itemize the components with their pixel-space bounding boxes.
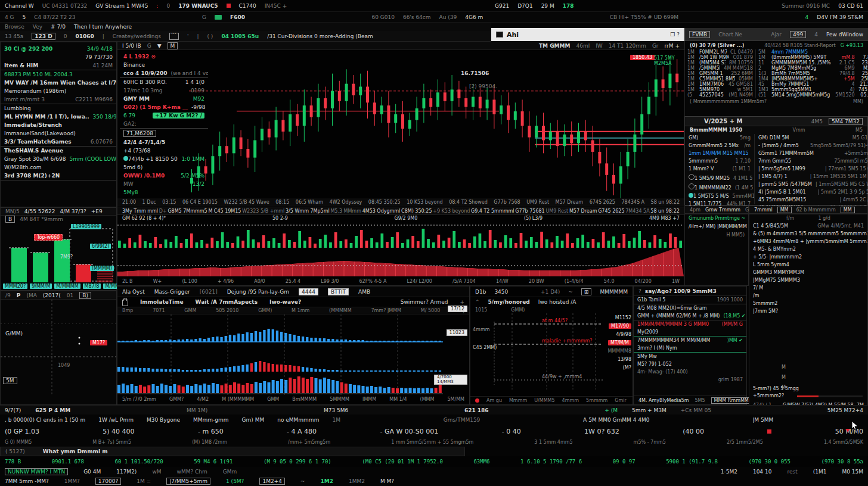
news-row[interactable]: 5mmmm2 [749,300,867,307]
news-row[interactable]: & (5) m 4mmmm3 5/5 mmmmmm5 5mmmmm3 ....5… [749,230,867,238]
position-row[interactable]: grim 1987 [634,376,746,384]
help-icon[interactable]: ? [638,288,641,294]
status-item[interactable]: A 5M MM0 GmMM 4 4M0 [583,417,649,423]
right-header-item[interactable]: 499 [790,31,806,38]
market-watch-row[interactable]: 1M/5MMM5M404M M4M518 [685,66,755,71]
indicator-tab[interactable]: BTTIT [328,288,349,295]
right-header-item[interactable]: Pew dWindow [826,32,863,38]
info-row[interactable]: W/M28th.com [1,163,116,172]
grid-top-item[interactable]: MMMMMM [600,289,628,295]
info-row[interactable]: 30 Cl @ 292 20034/9 4/18 [1,45,116,53]
status-item[interactable]: |M 5MM [752,417,773,423]
news-row[interactable]: 7/ M [749,284,867,292]
toolbar-item[interactable] [169,33,179,40]
dialog-row[interactable]: G5mm1 71MMMmm5M+5mm5m5M5 [755,149,868,157]
menu-item[interactable]: GV Stream 1 MW45 [95,3,148,9]
dialog-row[interactable]: | 5mm5g5m5 1M99| 77mm1 5M5 15 GM5 [755,165,868,173]
menu-item[interactable]: G [202,14,206,20]
menu-item[interactable]: UC 04331 0T232 [42,3,88,9]
toolbar-item[interactable]: 123 D [32,33,55,40]
right-tab[interactable]: MM [841,207,855,213]
info-row[interactable]: 68873 PM 510 ML 2004.3 [1,70,116,79]
grid-header-item[interactable]: (2017( [43,292,61,298]
menu-item[interactable]: Vey [33,24,42,30]
news-row[interactable]: L 5mm 5ymm4 [749,261,867,269]
overlay-row[interactable]: MW13/2 [120,180,208,188]
overlay-row[interactable]: 6 79+17 Kw G M2? / [120,111,208,120]
news-row[interactable]: +6MM3 4mmM/m8 + |ymmm/5mm/mM 5mmm3 98 4+… [749,238,867,245]
dialog-row[interactable]: 5mmmmm51 7.10 [685,157,754,165]
menu-item[interactable]: 4 G [5,14,14,20]
grid-top-item[interactable]: ~ [568,289,573,295]
right-header-item[interactable]: FVMB [689,31,710,38]
dialog-row[interactable]: GM) D1M 5MM5 G10 (M [755,134,868,142]
market-watch-row[interactable]: 1M35mmm5gg5MM14)745 GM1(3 [756,87,868,92]
depth-grid-panel[interactable]: D1b3450+1 D4)~⊞MMMMMM ⌃5/my/honoredIwo h… [470,286,633,405]
market-watch-row[interactable]: 2MgM5 7M8MmM5g6M9M5 GM1.2 [756,66,868,71]
dialog-row[interactable]: GmmmMmm5 2 5Mx/m [685,142,754,149]
menu-item[interactable]: 29 M [541,3,554,9]
market-watch-row[interactable]: 1MF0MM2L M70SCL 04479 [685,49,755,55]
right-header-item[interactable]: 4 [814,32,818,38]
menu-item[interactable]: Channel W [5,3,34,9]
order-dialog-panel[interactable]: V/2025 + M 4M5 5M4 7M32 BmmmMMMM 1950 Vm… [684,116,868,205]
market-watch-row[interactable]: 45BmMy 7MMM51421.5 W51.23 [756,82,868,87]
grid-header-item[interactable]: 01 [67,292,73,298]
news-row[interactable]: |7mm 5M? [749,307,867,315]
position-row[interactable]: M5? 79) 1-052 [634,360,746,368]
info-row[interactable]: Lumbbing [1,104,116,113]
overlay-row[interactable]: G02) (1 5mp K+ma __-9/98 [120,103,208,111]
status-item[interactable]: MMmm-gmm [193,417,229,423]
watch-summary-panel[interactable]: Gmunumb Pmmtmge ~ /Hm+/ MM) |MM)MM/MM + … [684,214,749,286]
toolbar-item[interactable]: | [103,33,104,39]
status-item[interactable]: M30 Bygone [147,417,180,423]
info-row[interactable]: 3rd 3708 M(2)+2N [1,172,116,180]
menu-item[interactable]: IN45C + [265,3,287,9]
market-watch-row[interactable]: (545257045(M1 N49M [685,92,755,98]
chart-toolbar-item[interactable]: rrM + [665,43,680,49]
menu-item[interactable] [227,4,231,8]
volume-panel[interactable]: 3My Tmm mmlD+G8M5 7Mmmm5M C45 19M15W2323… [117,207,684,286]
menu-item[interactable]: Browse [5,24,24,30]
info-row[interactable]: Gray Spot 30s/M 6/6985mm (COOL LOWER) [1,155,116,163]
info-row[interactable]: Memorandum (1986m) [1,87,116,95]
toolbar-item[interactable]: ' [187,33,188,39]
menu-item[interactable]: CB HI+ T55% # UD 699M [610,14,678,20]
menu-item[interactable]: 5 [23,14,26,20]
grid-header-item[interactable]: /9 [5,292,11,298]
menu-item[interactable]: 179 WNAUC5 [178,3,218,9]
position-row[interactable]: 5My Mw [634,353,746,360]
news-row[interactable]: 4 M5- & BMYmm2 [749,245,867,253]
menu-item[interactable]: D7Q1 [517,3,532,9]
dialog-row[interactable]: GM)5mg [685,134,754,142]
grid-top-item[interactable]: 3450 [494,289,508,295]
menu-item[interactable]: G921 [495,3,509,9]
chart-toolbar-item[interactable]: ▼ [157,43,162,49]
dialog-row[interactable]: 1 5M5/9 MM254 1M1 5 [685,173,754,182]
status-item[interactable]: 1W /wL Pmm [98,417,134,423]
chart-toolbar-item[interactable]: Gr [652,43,659,49]
position-row[interactable]: 4/5 M08 MM2(X)=6mw Gram [634,304,746,312]
indicator-panel[interactable]: Ala OystMass-Grigger[6021]Dejung /95 Pan… [117,286,470,405]
overlay-row[interactable]: 17/mc 10 3mg0199 [120,86,208,95]
overlay-row[interactable]: Binance [120,61,208,69]
action-button[interactable]: +17 Kw G M2? / [153,113,204,119]
window-titlebar[interactable]: Ahi ❐ ? [491,28,684,41]
news-row[interactable]: + 5/5- |mmmmmm2 [749,253,867,261]
toolbar-item[interactable]: 04 1005 65u [221,33,259,39]
toolbar-item[interactable]: 13 45a [5,33,23,39]
dialog-row[interactable]: 1 5M5T5 5 M/S5mm4M11 [685,192,754,200]
market-watch-row[interactable]: 1MGM5MM 1252 6MM [685,71,755,76]
market-watch-row[interactable]: 1M(BmmmMMMM5) 5M9TmM.87.8 GM6M [756,55,868,60]
market-watch-row[interactable]: 1M/5M 1W M9MwC01 879 [685,55,755,60]
menu-item[interactable]: Then I turn Anywhere [74,24,132,30]
overlay-row[interactable]: 5My8 [120,188,208,197]
menu-item[interactable]: C1740 [239,3,256,9]
indicator-tab[interactable]: Mass-Grigger [154,289,190,295]
toolbar-item[interactable]: | [197,33,199,39]
news-row[interactable]: C1 4 5/B45/5MGMw 4/M/5mt. M41 [749,222,867,230]
status-item[interactable]: , b 0000(0) Cl ends in 1 (50 m [5,417,85,423]
dialog-row[interactable]: 7mm Gmm5575mmm5l m5) 7M [755,157,868,165]
position-row[interactable]: GMM + (MMMM 62/M6 M + /8 MM)(18.M5 ✔ [634,312,746,320]
indicator-tab[interactable]: Ala Oyst [122,289,145,295]
